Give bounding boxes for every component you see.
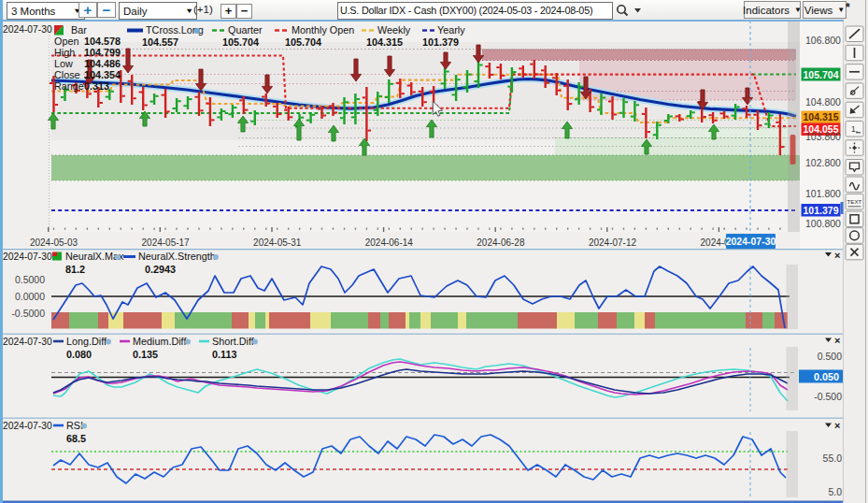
- svg-text:0.313: 0.313: [84, 80, 109, 92]
- svg-text:Range: Range: [54, 80, 84, 92]
- svg-text:101.800: 101.800: [805, 188, 841, 199]
- svg-text:0.500: 0.500: [818, 351, 842, 362]
- svg-text:×: ×: [834, 250, 840, 261]
- svg-text:105.704: 105.704: [222, 36, 259, 48]
- svg-text:0.135: 0.135: [133, 349, 158, 360]
- svg-text:2024-06-14: 2024-06-14: [365, 237, 414, 248]
- svg-text:105.704: 105.704: [285, 36, 321, 48]
- svg-text:Quarter: Quarter: [228, 24, 263, 36]
- svg-text:2024-07-30: 2024-07-30: [3, 421, 52, 431]
- svg-text:102.800: 102.800: [805, 157, 841, 168]
- svg-text:Monthly Open: Monthly Open: [292, 24, 354, 36]
- svg-text:68.5: 68.5: [66, 433, 86, 444]
- svg-text:×: ×: [834, 335, 840, 346]
- svg-text:-0.500: -0.500: [814, 391, 842, 402]
- svg-text:Long.Diff: Long.Diff: [66, 336, 107, 347]
- svg-text:Yearly: Yearly: [437, 24, 465, 36]
- svg-text:104.800: 104.800: [805, 96, 841, 108]
- svg-text:NeuralX.Strength: NeuralX.Strength: [138, 251, 216, 262]
- svg-text:106.800: 106.800: [805, 35, 841, 46]
- svg-text:2024-07-12: 2024-07-12: [589, 237, 637, 248]
- svg-text:2024-06-28: 2024-06-28: [477, 237, 525, 248]
- svg-text:0.5000: 0.5000: [15, 274, 45, 285]
- svg-text:×: ×: [834, 420, 840, 431]
- svg-text:0.080: 0.080: [66, 349, 92, 360]
- svg-text:0.2943: 0.2943: [145, 264, 176, 275]
- svg-text:2024-05-17: 2024-05-17: [142, 237, 191, 248]
- svg-text:Weekly: Weekly: [377, 24, 411, 36]
- svg-text:103.800: 103.800: [805, 131, 841, 142]
- svg-text:Open: Open: [54, 36, 78, 47]
- svg-text:RSI: RSI: [66, 420, 83, 431]
- svg-text:0.0000: 0.0000: [15, 291, 45, 302]
- svg-text:101.379: 101.379: [422, 36, 459, 48]
- svg-text:104.557: 104.557: [142, 36, 178, 48]
- svg-text:2024-05-31: 2024-05-31: [253, 237, 302, 248]
- svg-text:-0.5000: -0.5000: [11, 308, 45, 319]
- svg-text:105.704: 105.704: [804, 69, 839, 80]
- svg-text:2024-07-30: 2024-07-30: [3, 24, 52, 35]
- svg-text:104.354: 104.354: [84, 69, 121, 80]
- svg-text:5.0: 5.0: [828, 486, 842, 497]
- svg-text:Short.Diff: Short.Diff: [212, 336, 255, 347]
- svg-text:High: High: [54, 47, 75, 58]
- svg-text:104.315: 104.315: [804, 111, 839, 122]
- svg-text:Low: Low: [54, 58, 73, 69]
- svg-text:104.578: 104.578: [84, 36, 121, 47]
- svg-text:2024-07-30: 2024-07-30: [3, 337, 52, 347]
- svg-text:104.799: 104.799: [84, 47, 121, 58]
- svg-text:81.2: 81.2: [65, 264, 85, 275]
- svg-text:2024-07-30: 2024-07-30: [726, 236, 776, 247]
- svg-text:0.050: 0.050: [814, 371, 839, 382]
- svg-text:101.379: 101.379: [804, 205, 839, 216]
- svg-text:104.486: 104.486: [84, 58, 121, 69]
- svg-text:0.113: 0.113: [212, 349, 236, 360]
- svg-text:Close: Close: [54, 69, 80, 80]
- svg-text:55.0: 55.0: [823, 453, 843, 464]
- svg-text:Medium.Diff: Medium.Diff: [133, 336, 187, 347]
- svg-text:2024-05-03: 2024-05-03: [30, 237, 78, 248]
- svg-text:Bar: Bar: [71, 24, 87, 36]
- svg-text:2024-07-30: 2024-07-30: [3, 252, 52, 262]
- svg-text:104.315: 104.315: [366, 36, 403, 48]
- svg-text:100.800: 100.800: [805, 218, 841, 229]
- svg-text:TEXT: TEXT: [847, 198, 862, 205]
